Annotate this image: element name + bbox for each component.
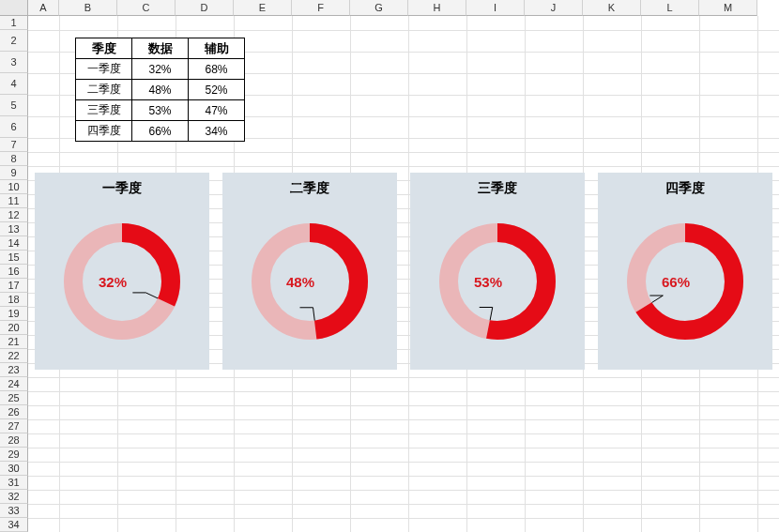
table-cell: 53% bbox=[132, 100, 189, 121]
row-header-8[interactable]: 8 bbox=[0, 152, 28, 166]
row-header-18[interactable]: 18 bbox=[0, 293, 28, 307]
chart-card-4: 四季度66% bbox=[598, 173, 772, 370]
donut-value-label: 32% bbox=[99, 274, 127, 290]
chart-card-3: 三季度53% bbox=[410, 173, 585, 370]
row-header-24[interactable]: 24 bbox=[0, 377, 28, 391]
row-header-14[interactable]: 14 bbox=[0, 236, 28, 251]
row-header-15[interactable]: 15 bbox=[0, 251, 28, 265]
donut-chart: 53% bbox=[410, 197, 585, 366]
row-header-1[interactable]: 1 bbox=[0, 16, 28, 30]
row-header-3[interactable]: 3 bbox=[0, 52, 28, 73]
row-header-22[interactable]: 22 bbox=[0, 349, 28, 363]
col-header-I[interactable]: I bbox=[466, 0, 525, 16]
table-cell: 52% bbox=[189, 80, 245, 100]
table-cell: 66% bbox=[132, 121, 189, 142]
col-header-J[interactable]: J bbox=[525, 0, 583, 16]
donut-chart: 48% bbox=[222, 197, 397, 366]
table-header: 辅助 bbox=[189, 38, 245, 59]
row-header-5[interactable]: 5 bbox=[0, 95, 28, 116]
row-header-6[interactable]: 6 bbox=[0, 116, 28, 138]
col-header-F[interactable]: F bbox=[292, 0, 350, 16]
row-header-11[interactable]: 11 bbox=[0, 194, 28, 208]
grid-corner bbox=[0, 0, 28, 16]
row-header-12[interactable]: 12 bbox=[0, 208, 28, 222]
table-cell: 四季度 bbox=[76, 121, 132, 142]
chart-title: 一季度 bbox=[35, 173, 209, 197]
row-header-28[interactable]: 28 bbox=[0, 433, 28, 448]
col-header-K[interactable]: K bbox=[583, 0, 641, 16]
table-cell: 32% bbox=[132, 59, 189, 80]
table-cell: 47% bbox=[189, 100, 245, 121]
col-header-G[interactable]: G bbox=[350, 0, 408, 16]
col-header-B[interactable]: B bbox=[59, 0, 117, 16]
table-cell: 48% bbox=[132, 80, 189, 100]
row-header-4[interactable]: 4 bbox=[0, 73, 28, 95]
table-cell: 68% bbox=[189, 59, 245, 80]
table-cell: 二季度 bbox=[76, 80, 132, 100]
row-header-19[interactable]: 19 bbox=[0, 307, 28, 321]
donut-chart: 32% bbox=[35, 197, 209, 366]
row-header-34[interactable]: 34 bbox=[0, 518, 28, 532]
row-header-13[interactable]: 13 bbox=[0, 222, 28, 236]
table-cell: 34% bbox=[189, 121, 245, 142]
row-header-10[interactable]: 10 bbox=[0, 180, 28, 194]
col-header-A[interactable]: A bbox=[28, 0, 59, 16]
col-header-M[interactable]: M bbox=[699, 0, 757, 16]
row-header-7[interactable]: 7 bbox=[0, 138, 28, 152]
row-header-20[interactable]: 20 bbox=[0, 321, 28, 335]
data-table: 季度数据辅助一季度32%68%二季度48%52%三季度53%47%四季度66%3… bbox=[75, 38, 245, 142]
row-header-23[interactable]: 23 bbox=[0, 363, 28, 377]
chart-card-1: 一季度32% bbox=[35, 173, 209, 370]
col-header-D[interactable]: D bbox=[176, 0, 234, 16]
row-header-29[interactable]: 29 bbox=[0, 448, 28, 462]
row-header-27[interactable]: 27 bbox=[0, 419, 28, 433]
row-header-33[interactable]: 33 bbox=[0, 504, 28, 518]
donut-chart: 66% bbox=[598, 197, 772, 366]
col-header-H[interactable]: H bbox=[408, 0, 466, 16]
table-cell: 一季度 bbox=[76, 59, 132, 80]
row-header-25[interactable]: 25 bbox=[0, 391, 28, 405]
chart-title: 二季度 bbox=[222, 173, 397, 197]
chart-title: 四季度 bbox=[598, 173, 772, 197]
row-header-30[interactable]: 30 bbox=[0, 462, 28, 476]
donut-value-label: 66% bbox=[662, 274, 690, 290]
row-header-16[interactable]: 16 bbox=[0, 265, 28, 279]
col-header-E[interactable]: E bbox=[234, 0, 292, 16]
donut-value-label: 53% bbox=[474, 274, 502, 290]
table-header: 数据 bbox=[132, 38, 189, 59]
donut-value-label: 48% bbox=[286, 274, 314, 290]
table-row: 一季度32%68% bbox=[76, 59, 245, 80]
row-header-26[interactable]: 26 bbox=[0, 405, 28, 419]
row-header-32[interactable]: 32 bbox=[0, 490, 28, 504]
table-row: 二季度48%52% bbox=[76, 80, 245, 100]
table-header: 季度 bbox=[76, 38, 132, 59]
chart-title: 三季度 bbox=[410, 173, 585, 197]
row-header-9[interactable]: 9 bbox=[0, 166, 28, 180]
row-header-31[interactable]: 31 bbox=[0, 476, 28, 490]
table-row: 四季度66%34% bbox=[76, 121, 245, 142]
col-header-L[interactable]: L bbox=[641, 0, 699, 16]
table-cell: 三季度 bbox=[76, 100, 132, 121]
row-header-21[interactable]: 21 bbox=[0, 335, 28, 349]
row-header-17[interactable]: 17 bbox=[0, 279, 28, 293]
row-header-2[interactable]: 2 bbox=[0, 30, 28, 52]
chart-card-2: 二季度48% bbox=[222, 173, 397, 370]
col-header-C[interactable]: C bbox=[117, 0, 176, 16]
table-row: 三季度53%47% bbox=[76, 100, 245, 121]
